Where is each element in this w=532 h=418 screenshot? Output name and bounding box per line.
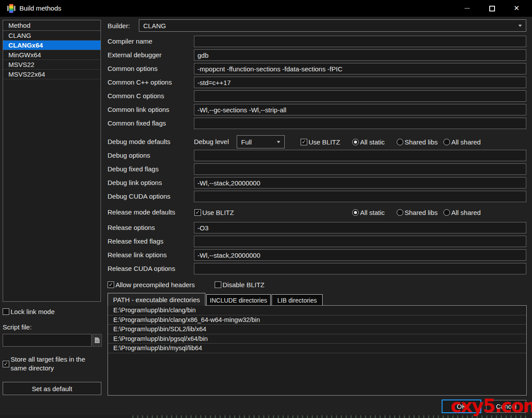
- close-icon: ✕: [513, 5, 519, 12]
- path-row[interactable]: E:\Program\upp\bin/SDL2/lib/x64: [108, 325, 526, 334]
- release-cuda-options-input[interactable]: [194, 263, 526, 274]
- release-options-input[interactable]: [194, 222, 526, 233]
- field-label: Common C++ options: [108, 77, 172, 88]
- disable-blitz-checkbox[interactable]: Disable BLITZ: [215, 280, 264, 289]
- radio-icon: [352, 139, 359, 145]
- browse-file-button[interactable]: [93, 334, 102, 347]
- method-row[interactable]: MinGWx64: [3, 50, 100, 60]
- close-button[interactable]: ✕: [504, 0, 529, 17]
- release-use-blitz-checkbox[interactable]: Use BLITZ: [194, 206, 234, 218]
- app-icon-part: [9, 4, 13, 13]
- builder-label: Builder:: [108, 20, 130, 32]
- title-bar: Build methods ✕: [0, 0, 532, 17]
- path-row[interactable]: E:\Program\upp\bin/pgsql/x64/bin: [108, 334, 526, 344]
- debug-mode-defaults-label: Debug mode defaults: [108, 135, 171, 148]
- maximize-icon: [489, 6, 495, 11]
- path-directories-list: E:\Program\upp\bin/clang/bin E:\Program\…: [108, 305, 527, 396]
- field-label: Release link options: [108, 249, 167, 261]
- checkbox-icon: [3, 361, 9, 367]
- method-list: Method CLANG CLANGx64 MinGWx64 MSVS22 MS…: [3, 20, 101, 302]
- field-label: Release CUDA options: [108, 263, 175, 274]
- minimize-icon: [465, 8, 470, 9]
- release-all-static-radio[interactable]: All static: [352, 206, 385, 218]
- field-label: Common C options: [108, 90, 164, 102]
- checkbox-icon: [3, 308, 9, 315]
- minimize-button[interactable]: [455, 0, 480, 17]
- debug-cuda-options-input[interactable]: [194, 191, 526, 202]
- method-row[interactable]: CLANG: [3, 31, 100, 41]
- field-label: Common link options: [108, 104, 169, 115]
- builder-value: CLANG: [143, 22, 166, 30]
- path-row[interactable]: E:\Program\upp\bin/mysql/lib64: [108, 344, 526, 353]
- release-fixed-flags-input[interactable]: [194, 236, 526, 247]
- common-fixed-flags-input[interactable]: [194, 118, 526, 129]
- release-shared-libs-radio[interactable]: Shared libs: [397, 206, 438, 218]
- checkbox-icon: [194, 209, 201, 216]
- script-file-label: Script file:: [3, 322, 32, 333]
- set-as-default-button[interactable]: Set as default: [3, 382, 101, 395]
- field-label: Debug link options: [108, 177, 162, 189]
- compiler-name-input[interactable]: [194, 36, 526, 47]
- allow-precompiled-headers-checkbox[interactable]: Allow precompiled headers: [108, 280, 195, 289]
- store-targets-checkbox[interactable]: Store all target files in the same direc…: [3, 355, 97, 373]
- common-c-options-input[interactable]: [194, 90, 526, 102]
- field-label: Release options: [108, 222, 155, 233]
- common-cpp-options-input[interactable]: [194, 77, 526, 88]
- checkbox-icon: [215, 281, 221, 288]
- field-label: Compiler name: [108, 36, 153, 47]
- method-list-header: Method: [3, 20, 100, 31]
- debug-fixed-flags-input[interactable]: [194, 163, 526, 175]
- release-link-options-input[interactable]: [194, 249, 526, 261]
- radio-icon: [397, 139, 403, 145]
- file-icon: [95, 337, 100, 343]
- debug-link-options-input[interactable]: [194, 177, 526, 189]
- watermark: cxy5.com: [450, 395, 532, 417]
- chevron-down-icon: [518, 25, 522, 27]
- debug-level-value: Full: [241, 138, 252, 146]
- release-all-shared-radio[interactable]: All shared: [443, 206, 481, 218]
- field-label: Common fixed flags: [108, 118, 166, 129]
- radio-icon: [397, 209, 403, 216]
- maximize-button[interactable]: [480, 0, 504, 17]
- lock-link-mode-checkbox[interactable]: Lock link mode: [3, 307, 55, 316]
- release-mode-defaults-label: Release mode defaults: [108, 206, 175, 218]
- chevron-down-icon: [277, 141, 280, 143]
- script-file-input[interactable]: [3, 334, 92, 347]
- builder-combo[interactable]: CLANG: [139, 19, 526, 32]
- field-label: External debugger: [108, 49, 162, 61]
- debug-use-blitz-checkbox[interactable]: Use BLITZ: [301, 135, 340, 148]
- external-debugger-input[interactable]: [194, 49, 526, 61]
- field-label: Debug options: [108, 150, 150, 161]
- checkbox-icon: [108, 281, 114, 288]
- path-row[interactable]: E:\Program\upp\bin/clang/bin: [108, 306, 526, 315]
- radio-icon: [352, 209, 359, 216]
- common-link-options-input[interactable]: [194, 104, 526, 115]
- field-label: Common options: [108, 63, 157, 74]
- debug-all-static-radio[interactable]: All static: [352, 135, 385, 148]
- checkbox-icon: [301, 139, 307, 145]
- app-icon-part: [14, 6, 15, 11]
- method-row-selected[interactable]: CLANGx64: [3, 41, 100, 50]
- tab-include-directories[interactable]: INCLUDE directories: [206, 294, 271, 306]
- method-row[interactable]: MSVS22x64: [3, 70, 100, 79]
- window-title: Build methods: [19, 0, 61, 17]
- tab-lib-directories[interactable]: LIB directories: [272, 294, 323, 306]
- debug-all-shared-radio[interactable]: All shared: [443, 135, 481, 148]
- debug-level-combo[interactable]: Full: [237, 135, 285, 148]
- path-row[interactable]: E:\Program\upp\bin/clang/x86_64-w64-ming…: [108, 315, 526, 325]
- radio-icon: [443, 209, 450, 216]
- debug-options-input[interactable]: [194, 150, 526, 161]
- common-options-input[interactable]: [194, 63, 526, 74]
- radio-icon: [443, 139, 450, 145]
- tab-path-directories[interactable]: PATH - executable directories: [108, 293, 205, 306]
- field-label: Debug CUDA options: [108, 191, 171, 202]
- field-label: Release fixed flags: [108, 236, 164, 247]
- debug-level-label: Debug level: [194, 135, 229, 148]
- method-row[interactable]: MSVS22: [3, 60, 100, 70]
- build-methods-dialog: Build methods ✕ Method CLANG CLANGx64 Mi…: [0, 0, 532, 418]
- field-label: Debug fixed flags: [108, 163, 159, 175]
- debug-shared-libs-radio[interactable]: Shared libs: [397, 135, 438, 148]
- app-icon-part: [7, 6, 9, 11]
- app-icon: [7, 4, 15, 13]
- window-controls: ✕: [455, 0, 529, 17]
